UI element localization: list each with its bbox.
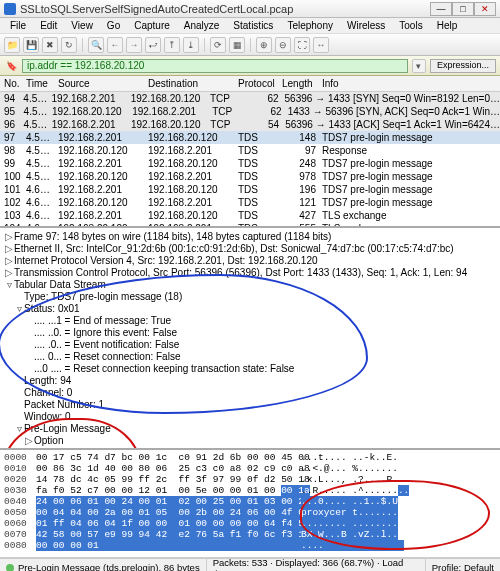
packet-row[interactable]: 1014.6…192.168.2.201192.168.20.120TDS196…: [0, 183, 500, 196]
detail-length[interactable]: Length: 94: [24, 375, 71, 386]
col-time[interactable]: Time: [26, 78, 58, 89]
toolbar-open-icon[interactable]: 📁: [4, 37, 20, 53]
expander-icon[interactable]: ▷: [4, 231, 14, 242]
detail-bit[interactable]: ...0 .... = Reset connection keeping tra…: [34, 363, 294, 374]
menu-wireless[interactable]: Wireless: [341, 19, 391, 32]
packet-row[interactable]: 974.5…192.168.2.201192.168.20.120TDS148T…: [0, 131, 500, 144]
toolbar-colorize-icon[interactable]: ▦: [229, 37, 245, 53]
packet-row[interactable]: 984.5…192.168.20.120192.168.2.201TDS97Re…: [0, 144, 500, 157]
toolbar-jump-icon[interactable]: ⮐: [145, 37, 161, 53]
bookmark-icon[interactable]: 🔖: [4, 59, 18, 73]
packet-row[interactable]: 964.5…192.168.2.201192.168.20.120TCP5456…: [0, 118, 500, 131]
menu-capture[interactable]: Capture: [128, 19, 176, 32]
col-len[interactable]: Length: [282, 78, 322, 89]
hex-row[interactable]: 007042 58 00 57 e9 99 94 42 e2 76 5a f1 …: [4, 529, 496, 540]
detail-frame[interactable]: Frame 97: 148 bytes on wire (1184 bits),…: [14, 231, 331, 242]
status-packets: Packets: 533 · Displayed: 366 (68.7%) · …: [213, 557, 419, 572]
packet-row[interactable]: 1004.5…192.168.20.120192.168.2.201TDS978…: [0, 170, 500, 183]
detail-bit[interactable]: .... 0... = Reset connection: False: [34, 351, 180, 362]
detail-channel[interactable]: Channel: 0: [24, 387, 72, 398]
menu-analyze[interactable]: Analyze: [178, 19, 226, 32]
hex-row[interactable]: 006001 ff 04 06 04 1f 00 00 01 00 00 00 …: [4, 518, 496, 529]
packet-row[interactable]: 944.5…192.168.2.201192.168.20.120TCP6256…: [0, 92, 500, 105]
filter-bar: 🔖 ▾ Expression...: [0, 56, 500, 76]
detail-prelogin[interactable]: Pre-Login Message: [24, 423, 111, 434]
packet-list-header: No. Time Source Destination Protocol Len…: [0, 76, 500, 92]
close-button[interactable]: ✕: [474, 2, 496, 16]
status-profile[interactable]: Profile: Default: [432, 562, 494, 571]
hex-row[interactable]: 005000 04 04 00 2a 00 01 05 00 2b 00 24 …: [4, 507, 496, 518]
menu-help[interactable]: Help: [431, 19, 464, 32]
expander-icon[interactable]: ▿: [14, 423, 24, 434]
hex-row[interactable]: 008000 00 00 01 ....: [4, 540, 496, 551]
toolbar-close-icon[interactable]: ✖: [42, 37, 58, 53]
detail-type[interactable]: Type: TDS7 pre-login message (18): [24, 291, 182, 302]
toolbar-sep: [82, 38, 83, 52]
app-icon: [4, 3, 16, 15]
col-dst[interactable]: Destination: [148, 78, 238, 89]
menu-edit[interactable]: Edit: [34, 19, 63, 32]
toolbar-sep: [250, 38, 251, 52]
menubar: File Edit View Go Capture Analyze Statis…: [0, 18, 500, 34]
menu-statistics[interactable]: Statistics: [227, 19, 279, 32]
detail-ip[interactable]: Internet Protocol Version 4, Src: 192.16…: [14, 255, 318, 266]
menu-tools[interactable]: Tools: [393, 19, 428, 32]
expander-icon[interactable]: ▷: [24, 435, 34, 446]
col-src[interactable]: Source: [58, 78, 148, 89]
packet-row[interactable]: 1024.6…192.168.20.120192.168.2.201TDS121…: [0, 196, 500, 209]
maximize-button[interactable]: □: [452, 2, 474, 16]
toolbar-find-icon[interactable]: 🔍: [88, 37, 104, 53]
expander-icon[interactable]: ▷: [4, 243, 14, 254]
status-field: Pre-Login Message (tds.prelogin), 86 byt…: [18, 562, 200, 571]
toolbar-first-icon[interactable]: ⤒: [164, 37, 180, 53]
detail-packetnum[interactable]: Packet Number: 1: [24, 399, 104, 410]
display-filter-input[interactable]: [22, 59, 408, 73]
detail-status[interactable]: Status: 0x01: [24, 303, 80, 314]
hex-row[interactable]: 0030fa f0 52 c7 00 00 12 01 00 5e 00 00 …: [4, 485, 496, 496]
detail-window[interactable]: Window: 0: [24, 411, 71, 422]
filter-dropdown-icon[interactable]: ▾: [412, 59, 426, 73]
detail-tds[interactable]: Tabular Data Stream: [14, 279, 106, 290]
expression-button[interactable]: Expression...: [430, 59, 496, 73]
col-info[interactable]: Info: [322, 78, 500, 89]
toolbar-zoomin-icon[interactable]: ⊕: [256, 37, 272, 53]
expander-icon[interactable]: ▷: [4, 255, 14, 266]
expander-icon[interactable]: ▷: [4, 267, 14, 278]
detail-bit[interactable]: .... ...1 = End of message: True: [34, 315, 171, 326]
packet-details[interactable]: ▷Frame 97: 148 bytes on wire (1184 bits)…: [0, 228, 500, 450]
toolbar-back-icon[interactable]: ←: [107, 37, 123, 53]
packet-row[interactable]: 994.5…192.168.2.201192.168.20.120TDS248T…: [0, 157, 500, 170]
detail-bit[interactable]: .... .0.. = Event notification: False: [34, 339, 179, 350]
packet-row[interactable]: 1034.6…192.168.2.201192.168.20.120TDS427…: [0, 209, 500, 222]
toolbar-save-icon[interactable]: 💾: [23, 37, 39, 53]
window-controls: — □ ✕: [430, 2, 496, 16]
window-title: SSLtoSQLServerSelfSignedAutoCreatedCertL…: [20, 3, 430, 15]
toolbar-zoomreset-icon[interactable]: ⛶: [294, 37, 310, 53]
toolbar-last-icon[interactable]: ⤓: [183, 37, 199, 53]
detail-tcp[interactable]: Transmission Control Protocol, Src Port:…: [14, 267, 467, 278]
packet-row[interactable]: 954.5…192.168.20.120192.168.2.201TCP6214…: [0, 105, 500, 118]
menu-go[interactable]: Go: [101, 19, 126, 32]
toolbar-reload-icon[interactable]: ↻: [61, 37, 77, 53]
detail-option[interactable]: Option: [34, 435, 63, 446]
hex-row[interactable]: 002014 78 dc 4c 05 99 ff 2c ff 3f 97 99 …: [4, 474, 496, 485]
toolbar-forward-icon[interactable]: →: [126, 37, 142, 53]
expander-icon[interactable]: ▿: [4, 279, 14, 290]
hex-row[interactable]: 000000 17 c5 74 d7 bc 00 1c c0 91 2d 6b …: [4, 452, 496, 463]
menu-telephony[interactable]: Telephony: [281, 19, 339, 32]
col-proto[interactable]: Protocol: [238, 78, 282, 89]
expander-icon[interactable]: ▿: [14, 303, 24, 314]
toolbar-autoscroll-icon[interactable]: ⟳: [210, 37, 226, 53]
col-no[interactable]: No.: [0, 78, 26, 89]
hex-row[interactable]: 004024 00 06 01 00 24 00 01 02 00 25 00 …: [4, 496, 496, 507]
toolbar-zoomout-icon[interactable]: ⊖: [275, 37, 291, 53]
detail-eth[interactable]: Ethernet II, Src: IntelCor_91:2d:6b (00:…: [14, 243, 454, 254]
menu-file[interactable]: File: [4, 19, 32, 32]
menu-view[interactable]: View: [65, 19, 99, 32]
hex-pane[interactable]: 000000 17 c5 74 d7 bc 00 1c c0 91 2d 6b …: [0, 450, 500, 558]
packet-list[interactable]: 944.5…192.168.2.201192.168.20.120TCP6256…: [0, 92, 500, 228]
minimize-button[interactable]: —: [430, 2, 452, 16]
hex-row[interactable]: 001000 86 3c 1d 40 00 80 06 25 c3 c0 a8 …: [4, 463, 496, 474]
toolbar-resize-icon[interactable]: ↔: [313, 37, 329, 53]
detail-bit[interactable]: .... ..0. = Ignore this event: False: [34, 327, 177, 338]
